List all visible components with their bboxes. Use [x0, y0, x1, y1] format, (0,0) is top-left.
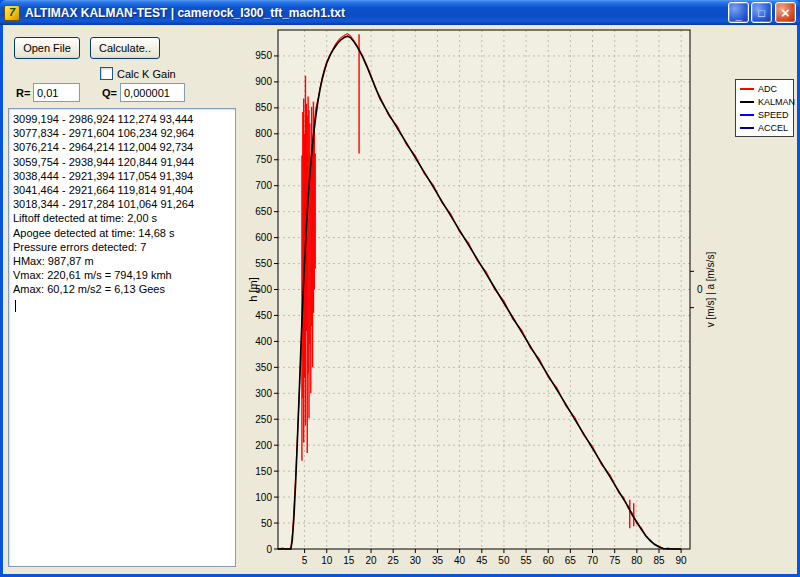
legend-speed-swatch: [740, 114, 754, 116]
svg-text:10: 10: [321, 555, 333, 566]
altitude-chart: 5101520253035404550556065707580859005010…: [244, 26, 797, 574]
log-line: 3041,464 - 2921,664 119,814 91,404: [13, 183, 235, 197]
legend-item-speed: SPEED: [740, 109, 789, 120]
legend-item-accel: ACCEL: [740, 122, 789, 133]
svg-text:250: 250: [255, 414, 272, 425]
svg-text:70: 70: [587, 555, 599, 566]
svg-text:v [m/s] | a [m/s/s]: v [m/s] | a [m/s/s]: [705, 252, 716, 328]
svg-text:40: 40: [454, 555, 466, 566]
log-line: HMax: 987,87 m: [13, 254, 235, 268]
svg-text:200: 200: [255, 440, 272, 451]
svg-text:75: 75: [609, 555, 621, 566]
svg-text:950: 950: [255, 50, 272, 61]
svg-text:550: 550: [255, 258, 272, 269]
close-icon: ×: [781, 5, 790, 20]
log-line: Pressure errors detected: 7: [13, 240, 235, 254]
legend-kalman-swatch: [740, 101, 754, 103]
svg-text:450: 450: [255, 310, 272, 321]
app-icon: 7: [4, 5, 20, 21]
svg-text:0: 0: [697, 284, 703, 295]
log-line: Vmax: 220,61 m/s = 794,19 kmh: [13, 268, 235, 282]
svg-text:850: 850: [255, 102, 272, 113]
svg-text:45: 45: [476, 555, 488, 566]
r-label: R=: [16, 87, 30, 99]
log-line: Apogee detected at time: 14,68 s: [13, 226, 235, 240]
legend-label: ADC: [758, 84, 777, 94]
log-line: 3077,834 - 2971,604 106,234 92,964: [13, 126, 235, 140]
legend-item-kalman: KALMAN: [740, 96, 789, 107]
legend-item-adc: ADC: [740, 83, 789, 94]
log-line: 3099,194 - 2986,924 112,274 93,444: [13, 112, 235, 126]
svg-text:400: 400: [255, 336, 272, 347]
q-label: Q=: [102, 87, 117, 99]
r-input[interactable]: [33, 83, 80, 102]
minimize-button[interactable]: _: [728, 2, 749, 23]
svg-text:750: 750: [255, 154, 272, 165]
maximize-icon: □: [758, 7, 765, 19]
window-controls: _ □ ×: [728, 2, 796, 23]
svg-text:650: 650: [255, 206, 272, 217]
svg-text:85: 85: [653, 555, 665, 566]
chart-legend: ADCKALMANSPEEDACCEL: [735, 79, 794, 137]
svg-text:30: 30: [410, 555, 422, 566]
calculate-button[interactable]: Calculate..: [90, 37, 160, 59]
legend-label: ACCEL: [758, 123, 788, 133]
log-line: 3076,214 - 2964,214 112,004 92,734: [13, 140, 235, 154]
q-input[interactable]: [120, 83, 185, 102]
svg-text:35: 35: [432, 555, 444, 566]
log-line: Amax: 60,12 m/s2 = 6,13 Gees: [13, 282, 235, 296]
svg-text:0: 0: [266, 544, 272, 555]
svg-text:55: 55: [521, 555, 533, 566]
svg-text:65: 65: [565, 555, 577, 566]
svg-text:50: 50: [498, 555, 510, 566]
svg-text:50: 50: [261, 518, 273, 529]
minimize-icon: _: [735, 13, 741, 22]
log-line: 3059,754 - 2938,944 120,844 91,944: [13, 155, 235, 169]
log-line: Liftoff detected at time: 2,00 s: [13, 211, 235, 225]
close-button[interactable]: ×: [775, 2, 796, 23]
svg-text:100: 100: [255, 492, 272, 503]
svg-text:15: 15: [343, 555, 355, 566]
svg-text:350: 350: [255, 362, 272, 373]
log-line: 3038,444 - 2921,394 117,054 91,394: [13, 169, 235, 183]
svg-text:5: 5: [302, 555, 308, 566]
calc-k-gain-label: Calc K Gain: [117, 68, 176, 80]
open-file-button[interactable]: Open File: [14, 37, 80, 59]
svg-text:150: 150: [255, 466, 272, 477]
maximize-button[interactable]: □: [751, 2, 772, 23]
text-caret: [15, 300, 16, 312]
legend-label: SPEED: [758, 110, 789, 120]
svg-text:80: 80: [631, 555, 643, 566]
calc-k-gain-row: Calc K Gain: [100, 67, 176, 80]
svg-text:900: 900: [255, 76, 272, 87]
log-box[interactable]: 3099,194 - 2986,924 112,274 93,4443077,8…: [8, 108, 236, 567]
window-title: ALTIMAX KALMAN-TEST | camerock_I300_tft_…: [25, 6, 723, 20]
svg-text:300: 300: [255, 388, 272, 399]
svg-text:600: 600: [255, 232, 272, 243]
svg-text:800: 800: [255, 128, 272, 139]
svg-text:90: 90: [676, 555, 688, 566]
calc-k-gain-checkbox[interactable]: [100, 67, 113, 80]
client-area: Open File Calculate.. Calc K Gain R= Q= …: [3, 25, 797, 574]
svg-text:h [m]: h [m]: [247, 277, 259, 301]
svg-text:700: 700: [255, 180, 272, 191]
legend-accel-swatch: [740, 127, 754, 129]
svg-text:60: 60: [543, 555, 555, 566]
svg-text:20: 20: [365, 555, 377, 566]
title-bar[interactable]: 7 ALTIMAX KALMAN-TEST | camerock_I300_tf…: [0, 0, 800, 25]
log-line: 3018,344 - 2917,284 101,064 91,264: [13, 197, 235, 211]
svg-text:25: 25: [388, 555, 400, 566]
legend-adc-swatch: [740, 88, 754, 90]
legend-label: KALMAN: [758, 97, 795, 107]
